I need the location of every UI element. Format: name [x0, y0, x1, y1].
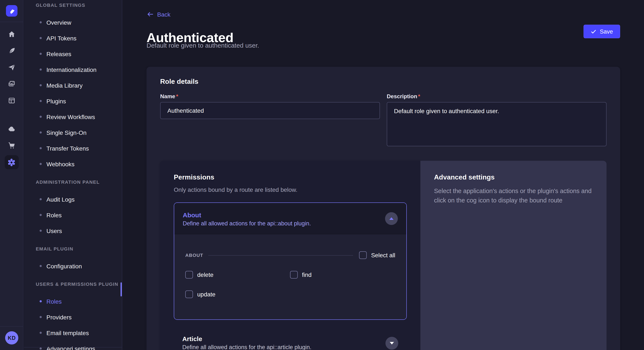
sidebar-item-providers[interactable]: Providers: [24, 309, 122, 325]
nav-section-global-settings: GLOBAL SETTINGS: [24, 1, 122, 9]
back-link[interactable]: Back: [146, 11, 170, 18]
bullet-icon: [40, 21, 42, 23]
role-details-title: Role details: [160, 78, 606, 85]
media-library-icon[interactable]: [4, 77, 18, 91]
update-checkbox[interactable]: [185, 291, 193, 298]
required-asterisk: *: [176, 93, 178, 100]
sidebar-item-media-library[interactable]: Media Library: [24, 77, 122, 93]
action-delete: delete: [185, 271, 290, 279]
accordion-article-title: Article: [182, 335, 398, 342]
sidebar-item-plugins[interactable]: Plugins: [24, 93, 122, 109]
settings-subnav: GLOBAL SETTINGS Overview API Tokens Rele…: [24, 0, 122, 350]
sidebar-item-api-tokens[interactable]: API Tokens: [24, 30, 122, 46]
permissions-panel: Permissions Only actions bound by a rout…: [160, 161, 420, 350]
advanced-settings-body: Select the application's actions or the …: [434, 186, 593, 205]
collapse-button[interactable]: [385, 212, 398, 225]
sidebar-item-advanced-settings[interactable]: Advanced settings: [24, 341, 122, 350]
layout-icon[interactable]: [4, 94, 18, 108]
back-label: Back: [157, 11, 170, 18]
name-input[interactable]: [160, 102, 380, 119]
subnav-scrollbar-thumb[interactable]: [120, 282, 122, 296]
accordion-about-body: ABOUT Select all delete: [174, 234, 406, 319]
bullet-icon: [40, 348, 42, 350]
nav-section-users-permissions-plugin: USERS & PERMISSIONS PLUGIN: [24, 280, 122, 288]
settings-gear-icon[interactable]: [4, 155, 18, 169]
marketplace-cart-icon[interactable]: [4, 139, 18, 153]
group-divider-line: [208, 255, 353, 255]
sidebar-item-internationalization[interactable]: Internationalization: [24, 62, 122, 77]
sidebar-item-audit-logs[interactable]: Audit Logs: [24, 191, 122, 207]
sidebar-item-single-sign-on[interactable]: Single Sign-On: [24, 125, 122, 140]
bullet-icon: [40, 100, 42, 102]
advanced-settings-panel: Advanced settings Select the application…: [420, 161, 606, 350]
feather-content-icon[interactable]: [4, 44, 18, 58]
main-content: Back Authenticated Default role given to…: [122, 0, 644, 350]
sidebar-item-transfer-tokens[interactable]: Transfer Tokens: [24, 140, 122, 156]
global-nav-rail: KD: [0, 0, 24, 350]
permissions-title: Permissions: [174, 174, 407, 181]
delete-label: delete: [197, 271, 214, 278]
bullet-icon: [40, 300, 42, 302]
accordion-article-description: Define all allowed actions for the api::…: [182, 344, 398, 350]
sidebar-item-email-templates[interactable]: Email templates: [24, 325, 122, 341]
bullet-icon: [40, 68, 42, 71]
home-icon[interactable]: [4, 27, 18, 41]
action-find: find: [290, 271, 395, 279]
bullet-icon: [40, 230, 42, 232]
chevron-down-icon: [390, 342, 394, 345]
paper-plane-icon[interactable]: [4, 60, 18, 74]
accordion-article-header[interactable]: Article Define all allowed actions for t…: [174, 335, 407, 350]
bullet-icon: [40, 37, 42, 39]
sidebar-item-email-configuration[interactable]: Configuration: [24, 258, 122, 274]
accordion-about: About Define all allowed actions for the…: [174, 202, 407, 320]
delete-checkbox[interactable]: [185, 271, 193, 279]
sidebar-item-releases[interactable]: Releases: [24, 46, 122, 62]
advanced-settings-title: Advanced settings: [434, 174, 593, 181]
role-details-section: Role details Name* Description* Default …: [146, 67, 620, 148]
bullet-icon: [40, 53, 42, 55]
required-asterisk: *: [418, 93, 420, 100]
sidebar-item-webhooks[interactable]: Webhooks: [24, 156, 122, 172]
role-card: Role details Name* Description* Default …: [146, 67, 620, 350]
expand-button[interactable]: [386, 337, 398, 350]
sidebar-item-up-roles[interactable]: Roles: [24, 293, 122, 309]
sidebar-item-review-workflows[interactable]: Review Workflows: [24, 109, 122, 125]
find-label: find: [302, 271, 312, 278]
name-label: Name*: [160, 93, 380, 100]
page-subtitle: Default role given to authenticated user…: [146, 42, 259, 49]
sidebar-item-overview[interactable]: Overview: [24, 14, 122, 30]
app-viewport: KD GLOBAL SETTINGS Overview API Tokens R…: [0, 0, 644, 350]
accordion-about-description: Define all allowed actions for the api::…: [183, 220, 398, 227]
bullet-icon: [40, 147, 42, 149]
group-label-about: ABOUT: [185, 253, 203, 258]
chevron-up-icon: [389, 217, 394, 220]
bullet-icon: [40, 163, 42, 165]
accordion-about-header[interactable]: About Define all allowed actions for the…: [174, 203, 406, 234]
accordion-about-title: About: [183, 211, 398, 219]
nav-section-administration-panel: ADMINISTRATION PANEL: [24, 178, 122, 186]
nav-section-email-plugin: EMAIL PLUGIN: [24, 245, 122, 253]
select-all-checkbox[interactable]: [359, 251, 367, 259]
select-all-label: Select all: [371, 252, 395, 259]
save-button[interactable]: Save: [584, 25, 620, 38]
cloud-icon[interactable]: [4, 122, 18, 136]
sidebar-item-admin-roles[interactable]: Roles: [24, 207, 122, 223]
strapi-logo[interactable]: [6, 5, 17, 16]
user-avatar[interactable]: KD: [5, 331, 18, 345]
bullet-icon: [40, 116, 42, 118]
bullet-icon: [40, 84, 42, 86]
rail-divider: [0, 22, 23, 22]
find-checkbox[interactable]: [290, 271, 298, 279]
permissions-subtitle: Only actions bound by a route are listed…: [174, 186, 407, 193]
bullet-icon: [40, 316, 42, 318]
bullet-icon: [40, 332, 42, 334]
description-textarea[interactable]: Default role given to authenticated user…: [387, 102, 606, 146]
description-label: Description*: [387, 93, 606, 100]
bullet-icon: [40, 198, 42, 200]
bullet-icon: [40, 214, 42, 216]
update-label: update: [197, 291, 216, 298]
check-icon: [591, 29, 596, 34]
sidebar-item-admin-users[interactable]: Users: [24, 223, 122, 239]
save-label: Save: [600, 28, 613, 35]
bullet-icon: [40, 131, 42, 134]
